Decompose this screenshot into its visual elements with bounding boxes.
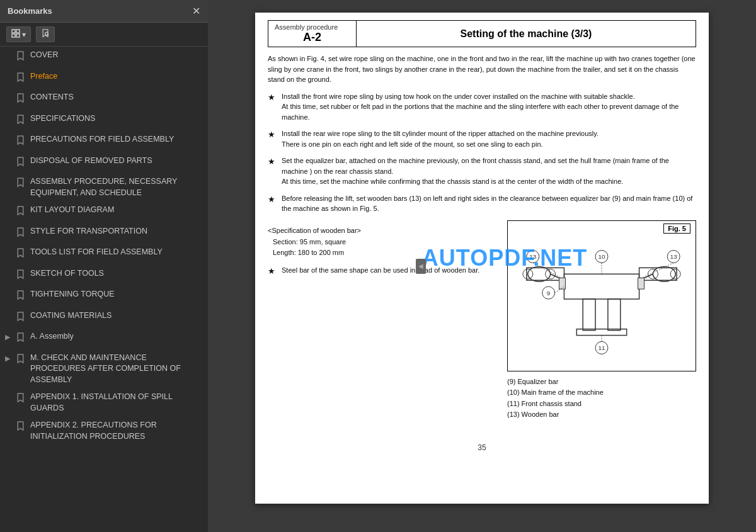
- svg-rect-16: [559, 278, 565, 289]
- bookmark-icon-tightening: [16, 290, 26, 304]
- spec-section: <Specification of wooden bar> Section: 9…: [268, 227, 495, 259]
- sidebar-item-cover[interactable]: COVER: [0, 47, 208, 68]
- caption-11: (11) Front chassis stand: [507, 399, 696, 410]
- svg-point-13: [653, 266, 675, 281]
- figure-label: Fig. 5: [663, 224, 690, 234]
- bookmark-icon-sketch-tools: [16, 269, 26, 283]
- svg-text:9: 9: [547, 290, 551, 297]
- bullet-1: ★ Install the front wire rope sling by u…: [268, 91, 696, 123]
- star-icon-2: ★: [268, 128, 278, 141]
- bookmark-label-kit-layout: KIT LAYOUT DIAGRAM: [30, 205, 202, 216]
- svg-rect-17: [638, 278, 644, 289]
- bookmark-label-appendix2: APPENDIX 2. PRECAUTIONS FOR INITIALIZATI…: [30, 420, 202, 442]
- bookmark-icon-coating: [16, 312, 26, 325]
- caption-13: (13) Wooden bar: [507, 409, 696, 421]
- bullet-3: ★ Set the equalizer bar, attached on the…: [268, 156, 696, 187]
- svg-rect-2: [12, 34, 15, 37]
- bookmark-icon-preface: [16, 72, 26, 86]
- star-icon-4: ★: [268, 193, 278, 206]
- bookmark-label-tightening: TIGHTENING TORQUE: [30, 289, 202, 300]
- bookmark-label-cover: COVER: [30, 50, 202, 61]
- sidebar-item-precautions[interactable]: PRECAUTIONS FOR FIELD ASSEMBLY: [0, 131, 208, 152]
- dropdown-arrow-icon: ▾: [22, 30, 26, 39]
- section-id: A-2: [275, 31, 350, 44]
- intro-paragraph: As shown in Fig. 4, set wire rope sling …: [268, 54, 696, 85]
- bookmark-label-coating: COATING MATERIALS: [30, 310, 202, 322]
- svg-text:13: 13: [529, 253, 537, 260]
- bookmark-icon-a-assembly: [16, 332, 26, 346]
- bookmark-label-tools-list: TOOLS LIST FOR FIELD ASSEMBLY: [30, 247, 202, 258]
- bookmark-search-button[interactable]: [36, 26, 55, 42]
- bookmark-label-appendix1: APPENDIX 1. INSTALLATION OF SPILL GUARDS: [30, 392, 202, 414]
- sidebar-item-sketch-tools[interactable]: SKETCH OF TOOLS: [0, 265, 208, 286]
- svg-rect-10: [608, 299, 621, 331]
- svg-rect-0: [12, 30, 15, 33]
- sidebar-item-appendix2[interactable]: APPENDIX 2. PRECAUTIONS FOR INITIALIZATI…: [0, 417, 208, 445]
- bookmark-label-sketch-tools: SKETCH OF TOOLS: [30, 268, 202, 280]
- svg-rect-1: [16, 30, 20, 33]
- sidebar-item-a-assembly[interactable]: ▶A. Assembly: [0, 328, 208, 349]
- section-label: Assembly procedure: [275, 23, 350, 31]
- spec-header: <Specification of wooden bar>: [268, 227, 495, 234]
- bookmark-icon-tools-list: [16, 248, 26, 262]
- sidebar-item-m-check[interactable]: ▶M. CHECK AND MAINTENANCE PROCEDURES AFT…: [0, 349, 208, 389]
- bookmark-label-preface: Preface: [30, 71, 202, 82]
- sidebar-item-assembly-procedure[interactable]: ASSEMBLY PROCEDURE, NECESSARY EQUIPMENT,…: [0, 173, 208, 201]
- sidebar-item-disposal[interactable]: DISPOSAL OF REMOVED PARTS: [0, 152, 208, 174]
- bookmark-icon: [41, 29, 50, 40]
- bookmark-icon-appendix1: [16, 393, 26, 407]
- svg-text:13: 13: [670, 253, 678, 260]
- sidebar-item-contents[interactable]: CONTENTS: [0, 89, 208, 110]
- spec-line-1: Section: 95 mm, square: [273, 237, 495, 248]
- bookmark-icon-precautions: [16, 135, 26, 149]
- bookmark-icon-m-check: [16, 354, 26, 368]
- caption-9: (9) Equalizer bar: [507, 376, 696, 388]
- bookmark-grid-button[interactable]: ▾: [6, 26, 31, 42]
- star-icon-1: ★: [268, 91, 278, 104]
- bullet-text-1: Install the front wire rope sling by usi…: [282, 91, 696, 123]
- bullet-2: ★ Install the rear wire rope sling to th…: [268, 128, 696, 149]
- bullet-text-2: Install the rear wire rope sling to the …: [282, 128, 598, 149]
- sidebar-item-tools-list[interactable]: TOOLS LIST FOR FIELD ASSEMBLY: [0, 244, 208, 265]
- sidebar-item-preface[interactable]: Preface: [0, 68, 208, 89]
- sidebar-item-specifications[interactable]: SPECIFICATIONS: [0, 110, 208, 132]
- bookmark-icon-appendix2: [16, 421, 26, 435]
- bookmark-label-contents: CONTENTS: [30, 92, 202, 103]
- sidebar-collapse-button[interactable]: ◀: [416, 259, 426, 274]
- expand-arrow-a-assembly[interactable]: ▶: [5, 332, 15, 342]
- sidebar-item-tightening[interactable]: TIGHTENING TORQUE: [0, 286, 208, 307]
- sidebar-item-kit-layout[interactable]: KIT LAYOUT DIAGRAM: [0, 201, 208, 223]
- bookmark-label-disposal: DISPOSAL OF REMOVED PARTS: [30, 156, 202, 167]
- sidebar: Bookmarks ✕ ▾ COVERPrefaceCONTE: [0, 0, 208, 532]
- bookmark-icon-cover: [16, 51, 26, 65]
- figure-box: Fig. 5: [507, 220, 696, 371]
- grid-icon: [11, 29, 20, 40]
- close-button[interactable]: ✕: [192, 5, 200, 17]
- bookmark-icon-kit-layout: [16, 206, 26, 220]
- sidebar-item-coating[interactable]: COATING MATERIALS: [0, 307, 208, 329]
- steel-bar-note: ★ Steel bar of the same shape can be use…: [268, 265, 495, 278]
- bullet-text-4: Before releasing the lift, set wooden ba…: [282, 193, 696, 214]
- figure-diagram: 13 10 9 13: [514, 236, 689, 362]
- bullet-text-3: Set the equalizer bar, attached on the m…: [282, 156, 696, 187]
- svg-rect-9: [583, 299, 595, 331]
- page-number: 35: [255, 443, 709, 457]
- bookmark-label-style-transport: STYLE FOR TRANSPORTATION: [30, 226, 202, 237]
- sidebar-item-style-transport[interactable]: STYLE FOR TRANSPORTATION: [0, 223, 208, 244]
- svg-rect-6: [564, 274, 639, 299]
- sidebar-item-appendix1[interactable]: APPENDIX 1. INSTALLATION OF SPILL GUARDS: [0, 388, 208, 417]
- spec-line-2: Length: 180 to 200 mm: [273, 247, 495, 259]
- steel-bar-text: Steel bar of the same shape can be used …: [282, 265, 479, 276]
- svg-text:10: 10: [598, 253, 605, 260]
- svg-line-20: [533, 263, 563, 278]
- content-row: <Specification of wooden bar> Section: 9…: [268, 220, 696, 421]
- sidebar-header: Bookmarks ✕: [0, 0, 208, 23]
- bookmark-icon-contents: [16, 93, 26, 107]
- bookmark-label-m-check: M. CHECK AND MAINTENANCE PROCEDURES AFTE…: [30, 353, 202, 386]
- bookmark-label-precautions: PRECAUTIONS FOR FIELD ASSEMBLY: [30, 134, 202, 145]
- svg-point-12: [528, 266, 551, 281]
- expand-arrow-m-check[interactable]: ▶: [5, 354, 15, 363]
- figure-col: Fig. 5: [507, 220, 696, 421]
- bookmark-icon-assembly-procedure: [16, 178, 26, 191]
- sidebar-title: Bookmarks: [8, 6, 52, 16]
